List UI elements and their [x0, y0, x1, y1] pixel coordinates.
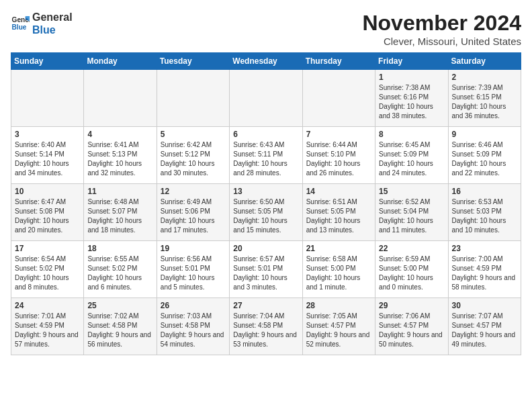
- day-number: 26: [161, 301, 226, 310]
- cell-info: Sunrise: 6:58 AM Sunset: 5:00 PM Dayligh…: [306, 255, 371, 292]
- table-row: 28Sunrise: 7:05 AM Sunset: 4:57 PM Dayli…: [302, 298, 375, 355]
- table-row: 15Sunrise: 6:52 AM Sunset: 5:04 PM Dayli…: [375, 184, 448, 241]
- table-row: 5Sunrise: 6:42 AM Sunset: 5:12 PM Daylig…: [157, 127, 229, 184]
- table-row: 23Sunrise: 7:00 AM Sunset: 4:59 PM Dayli…: [448, 241, 521, 298]
- day-number: 20: [233, 244, 298, 253]
- col-header-thursday: Thursday: [302, 53, 375, 70]
- day-number: 4: [87, 130, 152, 139]
- cell-info: Sunrise: 7:02 AM Sunset: 4:58 PM Dayligh…: [87, 312, 152, 349]
- table-row: 17Sunrise: 6:54 AM Sunset: 5:02 PM Dayli…: [11, 241, 84, 298]
- col-header-saturday: Saturday: [448, 53, 521, 70]
- table-row: 26Sunrise: 7:03 AM Sunset: 4:58 PM Dayli…: [157, 298, 229, 355]
- logo-icon: General Blue: [11, 14, 30, 33]
- page-title: November 2024: [362, 11, 521, 36]
- cell-info: Sunrise: 6:53 AM Sunset: 5:03 PM Dayligh…: [452, 197, 517, 235]
- day-number: 30: [452, 301, 517, 310]
- cell-info: Sunrise: 6:52 AM Sunset: 5:04 PM Dayligh…: [379, 197, 444, 235]
- day-number: 7: [306, 130, 371, 139]
- day-number: 14: [306, 187, 371, 196]
- cell-info: Sunrise: 7:00 AM Sunset: 4:59 PM Dayligh…: [452, 255, 517, 292]
- day-number: 2: [452, 73, 517, 82]
- table-row: 16Sunrise: 6:53 AM Sunset: 5:03 PM Dayli…: [448, 184, 521, 241]
- cell-info: Sunrise: 6:57 AM Sunset: 5:01 PM Dayligh…: [233, 255, 298, 292]
- cell-info: Sunrise: 6:56 AM Sunset: 5:01 PM Dayligh…: [161, 255, 226, 292]
- title-block: November 2024 Clever, Missouri, United S…: [362, 11, 521, 47]
- logo-general: General: [32, 11, 73, 24]
- cell-info: Sunrise: 7:39 AM Sunset: 6:15 PM Dayligh…: [452, 83, 517, 121]
- cell-info: Sunrise: 6:45 AM Sunset: 5:09 PM Dayligh…: [379, 140, 444, 178]
- table-row: 18Sunrise: 6:55 AM Sunset: 5:02 PM Dayli…: [84, 241, 157, 298]
- table-row: 13Sunrise: 6:50 AM Sunset: 5:05 PM Dayli…: [230, 184, 302, 241]
- calendar-table: SundayMondayTuesdayWednesdayThursdayFrid…: [11, 52, 521, 355]
- cell-info: Sunrise: 7:01 AM Sunset: 4:59 PM Dayligh…: [15, 312, 80, 349]
- table-row: 27Sunrise: 7:04 AM Sunset: 4:58 PM Dayli…: [230, 298, 302, 355]
- day-number: 19: [161, 244, 226, 253]
- day-number: 15: [379, 187, 444, 196]
- col-header-monday: Monday: [84, 53, 157, 70]
- day-number: 25: [87, 301, 152, 310]
- cell-info: Sunrise: 6:47 AM Sunset: 5:08 PM Dayligh…: [15, 197, 80, 235]
- cell-info: Sunrise: 6:59 AM Sunset: 5:00 PM Dayligh…: [379, 255, 444, 292]
- table-row: 21Sunrise: 6:58 AM Sunset: 5:00 PM Dayli…: [302, 241, 375, 298]
- day-number: 9: [452, 130, 517, 139]
- col-header-wednesday: Wednesday: [230, 53, 302, 70]
- page-subtitle: Clever, Missouri, United States: [362, 36, 521, 47]
- day-number: 1: [379, 73, 444, 82]
- cell-info: Sunrise: 7:38 AM Sunset: 6:16 PM Dayligh…: [379, 83, 444, 121]
- cell-info: Sunrise: 6:50 AM Sunset: 5:05 PM Dayligh…: [233, 197, 298, 235]
- cell-info: Sunrise: 6:54 AM Sunset: 5:02 PM Dayligh…: [15, 255, 80, 292]
- day-number: 21: [306, 244, 371, 253]
- table-row: 11Sunrise: 6:48 AM Sunset: 5:07 PM Dayli…: [84, 184, 157, 241]
- table-row: [230, 70, 302, 127]
- table-row: 10Sunrise: 6:47 AM Sunset: 5:08 PM Dayli…: [11, 184, 84, 241]
- table-row: 8Sunrise: 6:45 AM Sunset: 5:09 PM Daylig…: [375, 127, 448, 184]
- day-number: 28: [306, 301, 371, 310]
- day-number: 5: [161, 130, 226, 139]
- cell-info: Sunrise: 6:44 AM Sunset: 5:10 PM Dayligh…: [306, 140, 371, 178]
- table-row: 19Sunrise: 6:56 AM Sunset: 5:01 PM Dayli…: [157, 241, 229, 298]
- day-number: 27: [233, 301, 298, 310]
- cell-info: Sunrise: 6:51 AM Sunset: 5:05 PM Dayligh…: [306, 197, 371, 235]
- table-row: 7Sunrise: 6:44 AM Sunset: 5:10 PM Daylig…: [302, 127, 375, 184]
- table-row: 2Sunrise: 7:39 AM Sunset: 6:15 PM Daylig…: [448, 70, 521, 127]
- svg-text:Blue: Blue: [12, 24, 27, 32]
- table-row: 30Sunrise: 7:07 AM Sunset: 4:57 PM Dayli…: [448, 298, 521, 355]
- cell-info: Sunrise: 7:04 AM Sunset: 4:58 PM Dayligh…: [233, 312, 298, 349]
- table-row: 29Sunrise: 7:06 AM Sunset: 4:57 PM Dayli…: [375, 298, 448, 355]
- table-row: 14Sunrise: 6:51 AM Sunset: 5:05 PM Dayli…: [302, 184, 375, 241]
- table-row: 4Sunrise: 6:41 AM Sunset: 5:13 PM Daylig…: [84, 127, 157, 184]
- col-header-sunday: Sunday: [11, 53, 84, 70]
- day-number: 3: [15, 130, 80, 139]
- table-row: 20Sunrise: 6:57 AM Sunset: 5:01 PM Dayli…: [230, 241, 302, 298]
- cell-info: Sunrise: 6:41 AM Sunset: 5:13 PM Dayligh…: [87, 140, 152, 178]
- table-row: 6Sunrise: 6:43 AM Sunset: 5:11 PM Daylig…: [230, 127, 302, 184]
- page-header: General Blue General Blue November 2024 …: [11, 11, 521, 47]
- cell-info: Sunrise: 7:07 AM Sunset: 4:57 PM Dayligh…: [452, 312, 517, 349]
- table-row: 12Sunrise: 6:49 AM Sunset: 5:06 PM Dayli…: [157, 184, 229, 241]
- cell-info: Sunrise: 7:03 AM Sunset: 4:58 PM Dayligh…: [161, 312, 226, 349]
- cell-info: Sunrise: 6:49 AM Sunset: 5:06 PM Dayligh…: [161, 197, 226, 235]
- cell-info: Sunrise: 6:48 AM Sunset: 5:07 PM Dayligh…: [87, 197, 152, 235]
- table-row: 1Sunrise: 7:38 AM Sunset: 6:16 PM Daylig…: [375, 70, 448, 127]
- col-header-friday: Friday: [375, 53, 448, 70]
- day-number: 13: [233, 187, 298, 196]
- day-number: 12: [161, 187, 226, 196]
- table-row: 9Sunrise: 6:46 AM Sunset: 5:09 PM Daylig…: [448, 127, 521, 184]
- day-number: 24: [15, 301, 80, 310]
- day-number: 8: [379, 130, 444, 139]
- cell-info: Sunrise: 6:46 AM Sunset: 5:09 PM Dayligh…: [452, 140, 517, 178]
- table-row: 3Sunrise: 6:40 AM Sunset: 5:14 PM Daylig…: [11, 127, 84, 184]
- col-header-tuesday: Tuesday: [157, 53, 229, 70]
- cell-info: Sunrise: 6:40 AM Sunset: 5:14 PM Dayligh…: [15, 140, 80, 178]
- cell-info: Sunrise: 6:42 AM Sunset: 5:12 PM Dayligh…: [161, 140, 226, 178]
- logo-blue: Blue: [32, 24, 73, 36]
- day-number: 11: [87, 187, 152, 196]
- table-row: 24Sunrise: 7:01 AM Sunset: 4:59 PM Dayli…: [11, 298, 84, 355]
- day-number: 16: [452, 187, 517, 196]
- table-row: [157, 70, 229, 127]
- day-number: 6: [233, 130, 298, 139]
- table-row: [84, 70, 157, 127]
- cell-info: Sunrise: 7:05 AM Sunset: 4:57 PM Dayligh…: [306, 312, 371, 349]
- logo: General Blue General Blue: [11, 11, 73, 36]
- table-row: 25Sunrise: 7:02 AM Sunset: 4:58 PM Dayli…: [84, 298, 157, 355]
